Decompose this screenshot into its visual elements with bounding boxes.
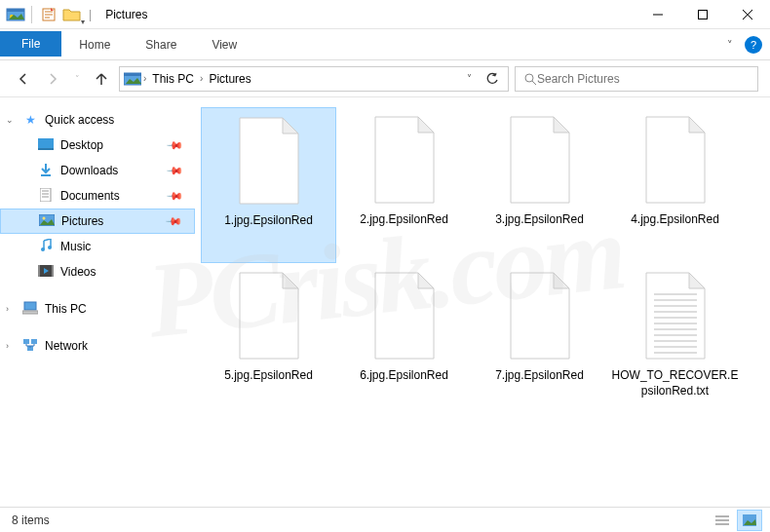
title-separator: |	[89, 8, 92, 21]
file-item[interactable]: 4.jpg.EpsilonRed	[607, 107, 743, 263]
file-item[interactable]: 3.jpg.EpsilonRed	[472, 107, 607, 263]
file-name: 6.jpg.EpsilonRed	[341, 368, 468, 384]
qat-new-folder-button[interactable]: ▾	[61, 4, 83, 25]
sidebar-item-label: Videos	[60, 265, 96, 279]
music-icon	[37, 239, 55, 255]
ribbon-file-tab[interactable]: File	[0, 31, 61, 57]
search-input[interactable]	[537, 72, 750, 86]
thumbnails-view-button[interactable]	[737, 510, 762, 531]
file-name: 3.jpg.EpsilonRed	[477, 212, 603, 228]
sidebar-item-videos[interactable]: Videos	[0, 259, 195, 285]
address-bar[interactable]: › This PC › Pictures ˅	[119, 66, 509, 92]
sidebar-item-label: Quick access	[45, 113, 114, 127]
details-view-button[interactable]	[710, 510, 735, 531]
recent-dropdown[interactable]: ˅	[70, 67, 84, 91]
ribbon-tab-share[interactable]: Share	[128, 29, 194, 59]
qat-properties-button[interactable]	[38, 4, 59, 25]
file-icon	[636, 269, 714, 362]
svg-rect-26	[24, 302, 36, 310]
search-icon	[523, 72, 537, 86]
refresh-button[interactable]	[481, 67, 504, 91]
pin-icon: 📌	[165, 135, 183, 154]
sidebar-item-label: Documents	[60, 189, 120, 203]
sidebar-item-downloads[interactable]: Downloads📌	[0, 158, 195, 183]
navigation-pane: ⌄ ★ Quick access Desktop📌Downloads📌Docum…	[0, 97, 195, 507]
svg-rect-1	[7, 9, 24, 12]
breadcrumb-chevron[interactable]: ›	[141, 73, 148, 84]
file-name: 4.jpg.EpsilonRed	[612, 212, 739, 228]
file-icon	[501, 113, 579, 207]
file-icon	[366, 113, 443, 207]
chevron-down-icon: ⌄	[6, 115, 14, 125]
minimize-button[interactable]	[635, 0, 680, 29]
search-box[interactable]	[515, 66, 758, 92]
svg-rect-13	[38, 148, 54, 150]
svg-rect-5	[699, 11, 708, 19]
sidebar-item-label: Desktop	[60, 138, 103, 152]
item-count: 8 items	[12, 513, 50, 527]
chevron-right-icon: ›	[6, 341, 9, 351]
ribbon-tab-home[interactable]: Home	[61, 29, 128, 59]
file-icon	[501, 269, 579, 362]
breadcrumb-chevron[interactable]: ›	[198, 73, 205, 84]
sidebar-item-desktop[interactable]: Desktop📌	[0, 133, 195, 158]
file-item[interactable]: 5.jpg.EpsilonRed	[201, 263, 336, 419]
file-icon	[230, 269, 308, 362]
sidebar-item-label: Downloads	[60, 164, 118, 177]
file-name: 7.jpg.EpsilonRed	[477, 368, 603, 384]
sidebar-this-pc[interactable]: › This PC	[0, 296, 195, 322]
back-button[interactable]	[12, 67, 35, 91]
svg-point-22	[48, 246, 52, 249]
videos-icon	[37, 265, 55, 280]
maximize-button[interactable]	[680, 0, 725, 29]
sidebar-item-documents[interactable]: Documents📌	[0, 183, 195, 209]
up-button[interactable]	[90, 67, 113, 91]
pin-icon: 📌	[165, 186, 183, 205]
ribbon: File Home Share View ˅ ?	[0, 29, 770, 60]
pin-icon: 📌	[164, 211, 182, 230]
file-item[interactable]: HOW_TO_RECOVER.EpsilonRed.txt	[607, 263, 743, 419]
pin-icon: 📌	[165, 161, 183, 179]
ribbon-collapse-icon[interactable]: ˅	[727, 39, 733, 52]
network-icon	[21, 338, 39, 355]
sidebar-item-label: Network	[45, 339, 88, 353]
svg-rect-29	[31, 339, 37, 344]
file-item[interactable]: 2.jpg.EpsilonRed	[336, 107, 472, 263]
address-dropdown-icon[interactable]: ˅	[457, 67, 481, 91]
sidebar-network[interactable]: › Network	[0, 333, 195, 359]
file-item[interactable]: 1.jpg.EpsilonRed	[201, 107, 336, 263]
location-icon	[124, 72, 141, 86]
help-icon[interactable]: ?	[745, 36, 762, 54]
title-bar: ▾ | Pictures	[0, 0, 770, 29]
sidebar-quick-access[interactable]: ⌄ ★ Quick access	[0, 107, 195, 133]
svg-rect-9	[124, 73, 141, 76]
status-bar: 8 items	[0, 507, 770, 532]
file-name: 5.jpg.EpsilonRed	[206, 368, 332, 384]
svg-point-10	[525, 74, 533, 82]
ribbon-tab-view[interactable]: View	[194, 29, 254, 59]
downloads-icon	[37, 163, 55, 179]
chevron-right-icon: ›	[6, 304, 9, 314]
file-item[interactable]: 6.jpg.EpsilonRed	[336, 263, 472, 419]
svg-point-20	[43, 216, 46, 219]
close-button[interactable]	[725, 0, 770, 29]
file-item[interactable]: 7.jpg.EpsilonRed	[472, 263, 607, 419]
documents-icon	[37, 188, 55, 205]
sidebar-item-pictures[interactable]: Pictures📌	[0, 209, 195, 234]
star-icon: ★	[21, 113, 39, 127]
svg-rect-27	[22, 311, 38, 314]
svg-rect-12	[38, 138, 54, 148]
file-list[interactable]: 1.jpg.EpsilonRed2.jpg.EpsilonRed3.jpg.Ep…	[195, 97, 770, 507]
file-icon	[636, 113, 714, 207]
breadcrumb-this-pc[interactable]: This PC	[148, 72, 198, 86]
file-name: 2.jpg.EpsilonRed	[341, 212, 468, 228]
file-name: HOW_TO_RECOVER.EpsilonRed.txt	[612, 368, 739, 399]
svg-rect-28	[23, 339, 29, 344]
desktop-icon	[37, 138, 55, 153]
sidebar-item-music[interactable]: Music	[0, 234, 195, 259]
file-name: 1.jpg.EpsilonRed	[206, 213, 332, 229]
app-icon	[6, 7, 25, 22]
breadcrumb-pictures[interactable]: Pictures	[205, 72, 254, 86]
svg-rect-25	[52, 265, 54, 277]
forward-button[interactable]	[41, 67, 64, 91]
